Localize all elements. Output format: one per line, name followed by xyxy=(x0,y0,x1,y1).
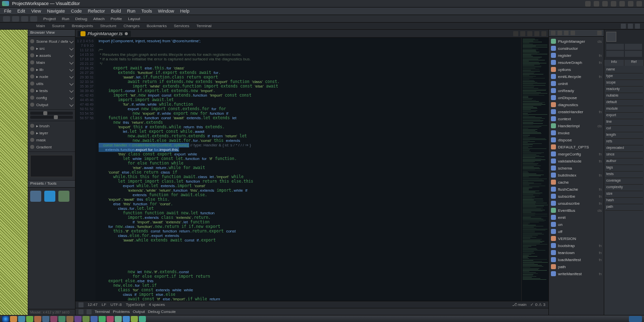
taskbar-app-icon[interactable] xyxy=(107,316,114,322)
property-row[interactable]: path xyxy=(605,204,643,211)
outline-item[interactable]: off xyxy=(549,228,604,235)
outline-item[interactable]: emit xyxy=(549,214,604,221)
props-tab-ref[interactable]: Ref xyxy=(624,60,645,66)
property-row[interactable]: readonly xyxy=(605,87,643,93)
menu-tools[interactable]: Tools xyxy=(141,9,152,14)
toolbar-label-run[interactable]: Run xyxy=(62,17,69,21)
notifications-icon[interactable] xyxy=(602,1,608,7)
taskbar-app-icon[interactable] xyxy=(83,316,90,322)
menu-edit[interactable]: Edit xyxy=(18,9,26,14)
property-row[interactable]: refs xyxy=(605,139,643,145)
outline-item[interactable]: teardownfn xyxy=(549,249,604,256)
property-row[interactable]: default xyxy=(605,100,643,106)
outline-item[interactable]: constructor xyxy=(549,45,604,52)
outline-item[interactable]: VERSION xyxy=(549,235,604,242)
taskbar-app-icon[interactable] xyxy=(50,316,57,322)
property-row[interactable]: coverage xyxy=(605,178,643,185)
outline-item[interactable]: invoke xyxy=(549,129,604,136)
outline-item[interactable]: on xyxy=(549,221,604,228)
outline-item[interactable]: diagnostics xyxy=(549,101,604,108)
outline-item[interactable]: emitLifecyclefn xyxy=(549,73,604,80)
taskbar-app-icon[interactable] xyxy=(74,316,82,322)
taskbar-app-icon[interactable] xyxy=(42,316,49,322)
outline-item[interactable]: subscribefn xyxy=(549,193,604,200)
taskbar-app-icon[interactable] xyxy=(123,316,130,322)
subtab-breakpoints[interactable]: Breakpoints xyxy=(72,24,93,28)
expand-icon[interactable] xyxy=(628,24,633,29)
panel-tab-debug[interactable]: Debug Console xyxy=(148,309,176,314)
code-editor[interactable]: 1 2 3 4 5 6 7 8 9 10 11 12 13 14 15 16 1… xyxy=(75,38,548,301)
status-branch-icon[interactable] xyxy=(78,302,84,307)
property-row[interactable]: name xyxy=(605,67,643,73)
outline-item[interactable]: dispose xyxy=(549,136,604,143)
properties-list[interactable]: nametypescopereadonlynullabledefaultmodu… xyxy=(604,66,644,315)
toolbar-label-debug[interactable]: Debug xyxy=(75,17,88,21)
editor-tab-active[interactable]: PluginManager.ts xyxy=(77,31,131,37)
toolbar-label-layout[interactable]: Layout xyxy=(128,17,140,21)
taskbar-app-icon[interactable] xyxy=(115,316,122,322)
property-row[interactable]: line xyxy=(605,119,643,126)
menu-help[interactable]: Help xyxy=(180,9,190,14)
tree-item[interactable]: ▸ tests xyxy=(30,87,73,94)
line-gutter[interactable]: 1 2 3 4 5 6 7 8 9 10 11 12 13 14 15 16 1… xyxy=(75,38,96,301)
taskbar-app-icon[interactable] xyxy=(10,316,17,322)
outline-item[interactable]: EventBuscls xyxy=(549,207,604,214)
project-tree[interactable]: Scene Root / default ▸ src ▸ assets Main… xyxy=(28,37,75,110)
layer-item[interactable]: Gradient xyxy=(30,143,73,150)
outline-item[interactable]: onReady xyxy=(549,87,604,94)
outline-expand-icon[interactable] xyxy=(571,31,575,35)
subtab-changes[interactable]: Changes xyxy=(123,24,139,28)
size-slider[interactable] xyxy=(30,116,73,119)
outline-item[interactable]: path xyxy=(549,263,604,270)
tree-item[interactable]: Scene Root / default xyxy=(30,38,73,45)
outline-item[interactable]: unsubscribefn xyxy=(549,200,604,207)
taskbar-app-icon[interactable] xyxy=(58,316,65,322)
status-eol[interactable]: LF xyxy=(102,302,106,307)
outline-item[interactable]: resolveGraphfn xyxy=(549,59,604,66)
menu-refactor[interactable]: Refactor xyxy=(88,9,105,14)
property-row[interactable]: length xyxy=(605,132,643,139)
maximize-icon[interactable] xyxy=(628,1,633,7)
outline-item[interactable]: schema xyxy=(549,165,604,172)
tree-item[interactable]: ▸ lib xyxy=(30,66,73,73)
tool-brush-icon[interactable] xyxy=(30,191,41,202)
color-swatch[interactable] xyxy=(606,32,616,42)
subtab-main[interactable]: Main xyxy=(36,24,45,28)
taskbar-app-icon[interactable] xyxy=(99,316,106,322)
props-tab-info[interactable]: Info xyxy=(604,60,624,66)
tree-item[interactable]: ▸ node xyxy=(30,73,73,80)
outline-item[interactable]: onDispose xyxy=(549,94,604,101)
start-button-icon[interactable] xyxy=(2,316,9,322)
layers-list[interactable]: ▸ brush▸ layer mask Gradient xyxy=(28,121,75,152)
taskbar-app-icon[interactable] xyxy=(26,316,33,322)
outline-list[interactable]: PluginManagerclsconstructorregisterfnres… xyxy=(549,37,604,315)
outline-item[interactable]: options xyxy=(549,66,604,73)
taskbar-app-icon[interactable] xyxy=(18,316,25,322)
outline-item[interactable]: buildIndexfn xyxy=(549,172,604,179)
outline-sort-icon[interactable] xyxy=(551,31,555,35)
outline-item[interactable]: PluginManagercls xyxy=(549,38,604,45)
panel-toggle-icon[interactable] xyxy=(78,309,84,314)
outline-item[interactable]: bootstrapfn xyxy=(549,242,604,249)
menu-navigate[interactable]: Navigate xyxy=(47,9,65,14)
subtab-source[interactable]: Source xyxy=(52,24,64,28)
outline-collapse-icon[interactable] xyxy=(564,31,569,35)
property-row[interactable]: scope xyxy=(605,80,643,87)
menu-build[interactable]: Build xyxy=(111,9,121,14)
tool-fill-icon[interactable] xyxy=(58,191,69,202)
outline-item[interactable]: onInit xyxy=(549,80,604,87)
menu-run[interactable]: Run xyxy=(127,9,135,14)
tree-item[interactable]: config xyxy=(30,94,73,101)
property-row[interactable]: tests xyxy=(605,172,643,178)
property-row[interactable]: nullable xyxy=(605,93,643,100)
property-row[interactable]: module xyxy=(605,106,643,113)
taskbar-app-icon[interactable] xyxy=(91,316,98,322)
property-row[interactable]: author xyxy=(605,158,643,165)
panel-tab-terminal[interactable]: Terminal xyxy=(95,309,110,314)
sync-icon[interactable] xyxy=(594,1,599,7)
outline-filter-icon[interactable] xyxy=(557,31,562,35)
toolbar-redo-icon[interactable] xyxy=(30,16,37,22)
outline-item[interactable]: loadManifestfn xyxy=(549,256,604,263)
outline-item[interactable]: mergeConfigfn xyxy=(549,150,604,157)
outline-item[interactable]: flushCachefn xyxy=(549,186,604,193)
